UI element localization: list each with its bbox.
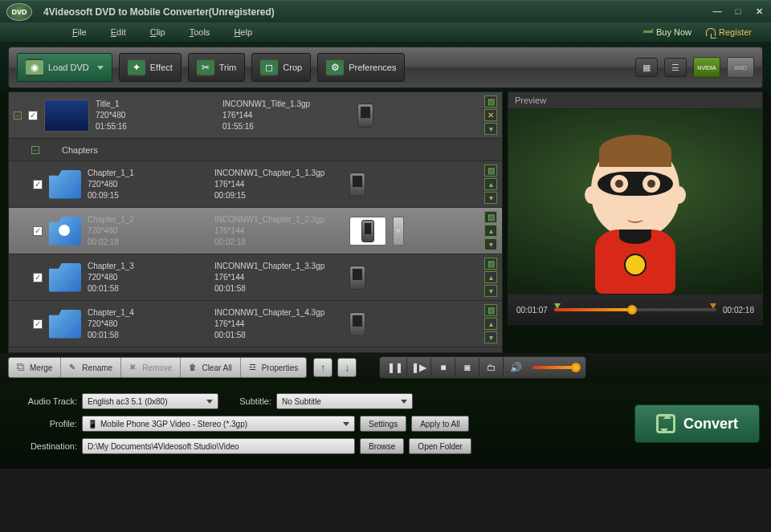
thumbnail-view-button[interactable]: ▦	[635, 58, 658, 77]
window-title: 4Videosoft DVD to Mobile Converter(Unreg…	[43, 6, 712, 18]
apply-to-all-button[interactable]: Apply to All	[411, 416, 468, 432]
volume-slider[interactable]	[532, 366, 577, 369]
chapter-output-res: 176*144	[214, 179, 343, 189]
output-dropdown[interactable]: ▾	[393, 217, 404, 246]
profile-select[interactable]: 📱Mobile Phone 3GP Video - Stereo (*.3gp)	[82, 416, 355, 432]
move-down-button[interactable]: ↓	[337, 358, 357, 377]
settings-button[interactable]: Settings	[360, 416, 406, 432]
destination-field[interactable]: D:\My Documents\4Videosoft Studio\Video	[82, 438, 355, 454]
chapter-output-dur: 00:09:15	[214, 190, 343, 201]
chapter-checkbox[interactable]: ✓	[33, 319, 43, 329]
row-action-2[interactable]: ▴	[484, 318, 497, 330]
title-checkbox[interactable]: ✓	[28, 111, 38, 120]
title-row[interactable]: – ✓ Title_1 720*480 01:55:16 INCONNW1_Ti…	[9, 92, 502, 139]
chapter-row[interactable]: ✓ Chapter_1_2 720*480 00:02:18 INCONNW1_…	[9, 208, 502, 254]
chapter-output-dur: 00:01:58	[214, 330, 343, 340]
chevron-down-icon	[97, 66, 104, 70]
row-action-3[interactable]: ▾	[484, 238, 497, 250]
audio-track-select[interactable]: English ac3 5.1 (0x80)	[82, 393, 218, 409]
seek-track[interactable]	[554, 308, 716, 311]
phone-icon	[349, 312, 365, 336]
crop-icon: ◻	[260, 59, 278, 76]
row-action-1[interactable]: ▧	[484, 258, 497, 270]
remove-button[interactable]: ✖Remove	[121, 358, 181, 377]
preview-video[interactable]	[508, 108, 763, 294]
row-action-1[interactable]: ▧	[484, 95, 497, 108]
minimize-button[interactable]: —	[712, 6, 723, 18]
convert-button[interactable]: Convert	[634, 404, 760, 443]
rename-button[interactable]: ✎Rename	[61, 358, 121, 377]
chapter-checkbox[interactable]: ✓	[33, 226, 43, 236]
row-action-2[interactable]: ▴	[484, 225, 497, 237]
chapter-row[interactable]: ✓ Chapter_1_4 720*480 00:01:58 INCONNW1_…	[9, 301, 502, 347]
pause-button[interactable]: ❚❚	[383, 358, 407, 377]
expand-title-button[interactable]: –	[14, 112, 22, 120]
row-action-2[interactable]: ▴	[484, 178, 497, 190]
chapter-icon	[49, 217, 81, 246]
row-action-3[interactable]: ▾	[484, 331, 497, 343]
row-action-2[interactable]: ✕	[484, 109, 497, 121]
move-up-button[interactable]: ↑	[313, 358, 332, 377]
chapters-label: Chapters	[62, 145, 98, 155]
browse-button[interactable]: Browse	[360, 438, 404, 454]
file-list: – ✓ Title_1 720*480 01:55:16 INCONNW1_Ti…	[8, 91, 503, 353]
menu-help[interactable]: Help	[234, 27, 252, 37]
effect-button[interactable]: ✦Effect	[119, 53, 182, 82]
chapter-icon	[49, 170, 81, 199]
titlebar: DVD 4Videosoft DVD to Mobile Converter(U…	[0, 0, 771, 22]
load-dvd-button[interactable]: ◉ Load DVD	[17, 53, 112, 82]
close-button[interactable]: ✕	[753, 6, 765, 18]
menu-edit[interactable]: Edit	[111, 27, 126, 37]
trim-button[interactable]: ✂Trim	[188, 53, 246, 82]
row-action-3[interactable]: ▾	[484, 123, 497, 135]
row-action-3[interactable]: ▾	[484, 192, 497, 204]
volume-icon[interactable]: 🔊	[504, 358, 528, 377]
subtitle-select[interactable]: No Subtitle	[276, 393, 413, 409]
chapter-res: 720*480	[88, 225, 208, 236]
menu-tools[interactable]: Tools	[190, 27, 210, 37]
row-action-2[interactable]: ▴	[484, 271, 497, 283]
snapshot-button[interactable]: ◙	[455, 358, 479, 377]
profile-label: Profile:	[11, 419, 77, 428]
key-icon	[706, 28, 716, 36]
row-action-1[interactable]: ▧	[484, 304, 497, 316]
scissors-icon: ✂	[197, 59, 214, 76]
chapter-dur: 00:02:18	[88, 237, 208, 247]
action-bar: ⿻Merge ✎Rename ✖Remove 🗑Clear All ☲Prope…	[0, 353, 771, 382]
output-preview	[349, 217, 386, 246]
open-folder-button[interactable]: 🗀	[479, 358, 504, 377]
preferences-button[interactable]: ⚙Preferences	[317, 53, 405, 82]
chapter-res: 720*480	[88, 179, 208, 189]
menu-file[interactable]: File	[72, 27, 87, 37]
open-dest-button[interactable]: Open Folder	[409, 438, 471, 454]
chapter-output-name: INCONNW1_Chapter_1_2.3gp	[214, 214, 343, 225]
properties-button[interactable]: ☲Properties	[241, 358, 307, 377]
row-action-3[interactable]: ▾	[484, 285, 497, 297]
chapter-checkbox[interactable]: ✓	[33, 273, 43, 282]
seek-knob[interactable]	[627, 305, 637, 315]
volume-knob[interactable]	[571, 363, 581, 372]
clear-all-button[interactable]: 🗑Clear All	[181, 358, 240, 377]
menu-clip[interactable]: Clip	[150, 27, 165, 37]
title-output-dur: 01:55:16	[222, 121, 351, 132]
row-action-1[interactable]: ▧	[484, 211, 497, 223]
chapter-row[interactable]: ✓ Chapter_1_3 720*480 00:01:58 INCONNW1_…	[9, 254, 502, 301]
trim-end-marker[interactable]	[710, 303, 716, 309]
register-link[interactable]: Register	[706, 27, 752, 37]
list-view-button[interactable]: ☰	[664, 58, 687, 77]
step-button[interactable]: ❚▶	[407, 358, 431, 377]
title-output-res: 176*144	[222, 110, 351, 120]
stop-button[interactable]: ■	[431, 358, 455, 377]
buy-now-link[interactable]: Buy Now	[643, 27, 691, 37]
chapter-dur: 00:01:58	[88, 330, 208, 340]
chapter-row[interactable]: ✓ Chapter_1_1 720*480 00:09:15 INCONNW1_…	[9, 161, 502, 208]
title-dur: 01:55:16	[96, 121, 216, 132]
merge-button[interactable]: ⿻Merge	[9, 358, 61, 377]
chapters-header[interactable]: – Chapters	[9, 139, 502, 161]
chapter-checkbox[interactable]: ✓	[33, 180, 43, 189]
chapter-name: Chapter_1_2	[88, 214, 208, 225]
maximize-button[interactable]: □	[732, 6, 744, 18]
row-action-1[interactable]: ▧	[484, 164, 497, 177]
expand-chapters-button[interactable]: –	[31, 146, 39, 154]
crop-button[interactable]: ◻Crop	[251, 53, 311, 82]
